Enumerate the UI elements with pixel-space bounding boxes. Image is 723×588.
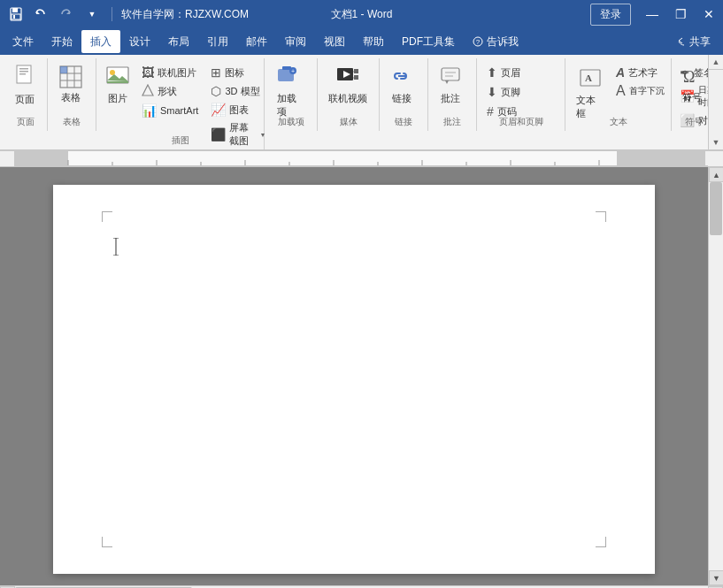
svg-rect-2: [12, 14, 20, 19]
svg-marker-4: [36, 11, 40, 14]
icon-button[interactable]: ⊞ 图标: [206, 64, 270, 81]
vertical-scrollbar: ▲ ▼: [708, 167, 723, 585]
v-scroll-thumb[interactable]: [710, 182, 722, 235]
ribbon-group-table: 表格 表格: [48, 58, 96, 131]
footer-button[interactable]: ⬇ 页脚: [482, 83, 544, 101]
group-label-symbol: 符号: [672, 114, 708, 131]
title-bar-right: 登录 — ❐ ✕: [590, 0, 723, 28]
scroll-down-button[interactable]: ▼: [709, 570, 723, 585]
table-label: 表格: [61, 91, 81, 104]
online-picture-button[interactable]: 🖼 联机图片: [137, 64, 203, 81]
svg-rect-33: [442, 68, 459, 80]
ribbon-scroll-down[interactable]: ▼: [709, 135, 724, 150]
svg-rect-28: [354, 69, 358, 73]
smartart-button[interactable]: 📊 SmartArt: [137, 102, 203, 119]
menu-home[interactable]: 开始: [42, 30, 81, 53]
menu-insert[interactable]: 插入: [81, 30, 120, 53]
page-icon: [14, 65, 35, 91]
menu-review[interactable]: 审阅: [276, 30, 315, 53]
svg-text:Ω: Ω: [683, 68, 695, 86]
restore-button[interactable]: ❐: [666, 0, 695, 28]
menu-layout[interactable]: 布局: [159, 30, 198, 53]
page-label: 页面: [15, 93, 35, 106]
header-icon: ⬆: [487, 65, 497, 80]
corner-tl: [102, 211, 112, 222]
online-video-icon: [335, 65, 360, 90]
comment-label: 批注: [441, 92, 460, 105]
ribbon-group-media: 联机视频 媒体: [318, 58, 380, 131]
picture-icon: [106, 65, 129, 90]
dropcap-icon: A: [616, 84, 626, 98]
table-button[interactable]: 表格: [53, 62, 88, 107]
online-video-button[interactable]: 联机视频: [323, 62, 373, 108]
chart-button[interactable]: 📈 图表: [206, 101, 270, 118]
document-page[interactable]: [53, 185, 655, 574]
svg-rect-1: [12, 8, 18, 12]
online-video-label: 联机视频: [328, 92, 367, 105]
group-label-media: 媒体: [318, 114, 379, 131]
menu-references[interactable]: 引用: [198, 30, 237, 53]
picture-button[interactable]: 图片: [102, 62, 134, 108]
svg-rect-20: [107, 81, 128, 83]
picture-label: 图片: [108, 92, 127, 105]
ribbon-group-page: 页面 页面: [4, 58, 48, 131]
ribbon-scroll-up[interactable]: ▲: [709, 55, 724, 70]
svg-rect-42: [617, 151, 705, 166]
ribbon-group-comment: 批注 批注: [428, 58, 477, 131]
addon-button[interactable]: + 加载项: [270, 62, 304, 121]
dropcap-button[interactable]: A 首字下沉: [611, 82, 673, 100]
menu-view[interactable]: 视图: [315, 30, 354, 53]
save-icon[interactable]: [5, 4, 27, 25]
model3d-button[interactable]: ⬡ 3D 模型: [206, 82, 270, 100]
comment-button[interactable]: 批注: [434, 62, 467, 108]
comment-icon: [439, 65, 462, 90]
title-bar: ▼ 软件自学网：RJZXW.COM 文档1 - Word 登录 — ❐ ✕: [0, 0, 723, 28]
shape-button[interactable]: 形状: [137, 82, 203, 101]
ribbon-group-symbol: Ω 符号 符号: [672, 58, 708, 131]
close-button[interactable]: ✕: [695, 0, 723, 28]
svg-text:A: A: [585, 73, 592, 83]
menu-mail[interactable]: 邮件: [237, 30, 276, 53]
group-label-comment: 批注: [428, 114, 476, 131]
menu-pdf[interactable]: PDF工具集: [393, 30, 464, 53]
svg-rect-9: [19, 68, 28, 70]
menu-help[interactable]: 帮助: [354, 30, 393, 53]
undo-icon[interactable]: [30, 4, 51, 25]
login-button[interactable]: 登录: [590, 4, 631, 26]
svg-rect-17: [60, 66, 67, 73]
scroll-up-button[interactable]: ▲: [709, 167, 723, 182]
title-bar-left: ▼ 软件自学网：RJZXW.COM: [0, 4, 590, 25]
link-icon: [390, 65, 413, 90]
header-button[interactable]: ⬆ 页眉: [482, 64, 544, 81]
ruler-row: [0, 151, 723, 167]
svg-rect-3: [13, 15, 15, 19]
v-scroll-track: [709, 182, 723, 570]
corner-br: [596, 537, 606, 547]
minimize-button[interactable]: —: [638, 0, 666, 28]
svg-rect-41: [15, 151, 68, 166]
page-button[interactable]: 页面: [9, 62, 41, 109]
horizontal-ruler: [15, 151, 708, 166]
shape-icon: [142, 84, 154, 99]
window-title: 文档1 - Word: [331, 7, 393, 22]
svg-rect-43: [68, 151, 617, 166]
online-picture-icon: 🖼: [142, 65, 154, 80]
symbol-label: 符号: [682, 91, 702, 104]
redo-icon[interactable]: [55, 4, 76, 25]
ruler-corner: [0, 151, 15, 166]
document-content[interactable]: [0, 167, 708, 585]
wordart-icon: A: [616, 65, 625, 80]
customize-icon[interactable]: ▼: [81, 4, 103, 25]
smartart-icon: 📊: [142, 103, 157, 118]
menu-tellme[interactable]: ? 告诉我: [464, 30, 527, 53]
share-button[interactable]: 共享: [666, 30, 719, 53]
link-button[interactable]: 链接: [385, 62, 419, 108]
svg-rect-11: [19, 73, 26, 75]
wordart-button[interactable]: A 艺术字: [611, 64, 673, 81]
menu-design[interactable]: 设计: [120, 30, 159, 53]
icon-icon: ⊞: [211, 65, 221, 80]
group-label-addon: 加载项: [265, 114, 317, 131]
menu-file[interactable]: 文件: [4, 30, 42, 53]
ribbon-group-insert: 图片 🖼 联机图片 形状: [96, 58, 265, 149]
symbol-button[interactable]: Ω 符号: [677, 62, 707, 107]
